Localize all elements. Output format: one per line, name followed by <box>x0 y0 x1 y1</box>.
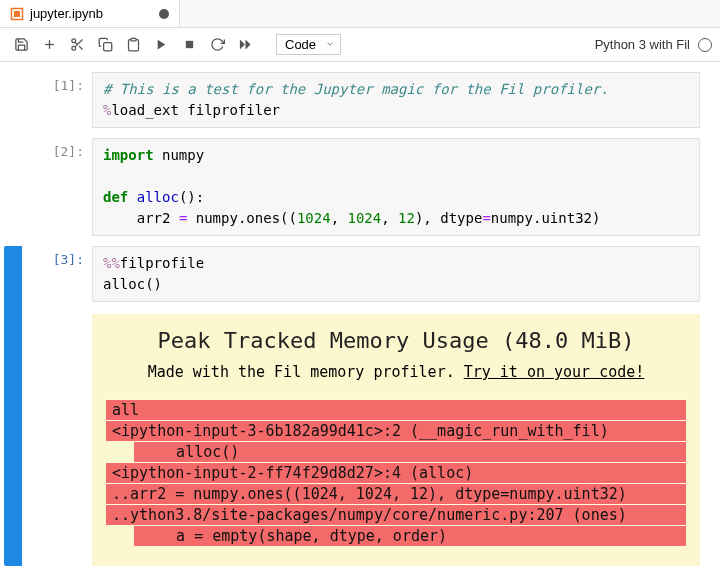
code-cell[interactable]: [2]: import numpy def alloc(): arr2 = nu… <box>4 138 700 236</box>
tab-bar: jupyter.ipynb <box>0 0 720 28</box>
output-title: Peak Tracked Memory Usage (48.0 MiB) <box>100 328 692 353</box>
run-button[interactable] <box>148 32 174 58</box>
svg-marker-14 <box>245 40 250 50</box>
code-input[interactable]: # This is a test for the Jupyter magic f… <box>92 72 700 128</box>
code-comment: # This is a test for the Jupyter magic f… <box>103 81 609 97</box>
flame-row[interactable]: a = empty(shape, dtype, order) <box>134 525 686 546</box>
flame-row[interactable]: ..arr2 = numpy.ones((1024, 1024, 12), dt… <box>106 483 686 504</box>
flame-row[interactable]: all <box>106 399 686 420</box>
kernel-idle-icon[interactable] <box>698 38 712 52</box>
flame-row[interactable]: alloc() <box>134 441 686 462</box>
notebook-area[interactable]: [1]: # This is a test for the Jupyter ma… <box>0 62 720 580</box>
save-button[interactable] <box>8 32 34 58</box>
flame-graph[interactable]: all <ipython-input-3-6b182a99d41c>:2 (__… <box>106 399 686 546</box>
paste-button[interactable] <box>120 32 146 58</box>
restart-button[interactable] <box>204 32 230 58</box>
restart-run-all-button[interactable] <box>232 32 258 58</box>
svg-line-8 <box>75 42 77 44</box>
code-cell[interactable]: [1]: # This is a test for the Jupyter ma… <box>4 72 700 128</box>
output-subtitle: Made with the Fil memory profiler. Try i… <box>100 363 692 381</box>
flame-row[interactable]: <ipython-input-2-ff74f29d8d27>:4 (alloc) <box>106 462 686 483</box>
kernel-status: Python 3 with Fil <box>595 37 712 52</box>
tab-title: jupyter.ipynb <box>30 6 103 21</box>
svg-rect-10 <box>131 38 136 41</box>
stop-button[interactable] <box>176 32 202 58</box>
cell-type-value: Code <box>276 34 341 55</box>
svg-marker-11 <box>157 40 165 50</box>
input-prompt: [1]: <box>22 72 92 128</box>
try-it-link[interactable]: Try it on your code! <box>464 363 645 381</box>
input-prompt: [2]: <box>22 138 92 236</box>
cell-output: Peak Tracked Memory Usage (48.0 MiB) Mad… <box>92 314 700 566</box>
cell-gutter <box>4 138 22 236</box>
cell-gutter <box>4 72 22 128</box>
copy-button[interactable] <box>92 32 118 58</box>
code-input[interactable]: import numpy def alloc(): arr2 = numpy.o… <box>92 138 700 236</box>
flame-row[interactable]: ..ython3.8/site-packages/numpy/core/nume… <box>106 504 686 525</box>
flame-row[interactable]: <ipython-input-3-6b182a99d41c>:2 (__magi… <box>106 420 686 441</box>
kernel-name[interactable]: Python 3 with Fil <box>595 37 690 52</box>
code-input[interactable]: %%filprofile%%filprofile alloc() <box>92 246 700 302</box>
svg-marker-13 <box>239 40 244 50</box>
unsaved-indicator-icon <box>159 9 169 19</box>
svg-rect-12 <box>185 41 192 48</box>
svg-rect-1 <box>14 11 20 17</box>
toolbar: Code Python 3 with Fil <box>0 28 720 62</box>
svg-point-5 <box>71 46 75 50</box>
input-prompt: [3]: <box>22 246 92 566</box>
insert-cell-button[interactable] <box>36 32 62 58</box>
cell-gutter-selected <box>4 246 22 566</box>
svg-rect-9 <box>103 43 111 51</box>
cell-type-select[interactable]: Code <box>268 34 341 55</box>
cut-button[interactable] <box>64 32 90 58</box>
svg-point-4 <box>71 39 75 43</box>
tab-notebook[interactable]: jupyter.ipynb <box>0 0 180 27</box>
notebook-icon <box>10 7 24 21</box>
code-cell[interactable]: [3]: %%filprofile%%filprofile alloc() Pe… <box>4 246 700 566</box>
svg-line-7 <box>79 46 82 49</box>
subtitle-text: Made with the Fil memory profiler. <box>148 363 464 381</box>
